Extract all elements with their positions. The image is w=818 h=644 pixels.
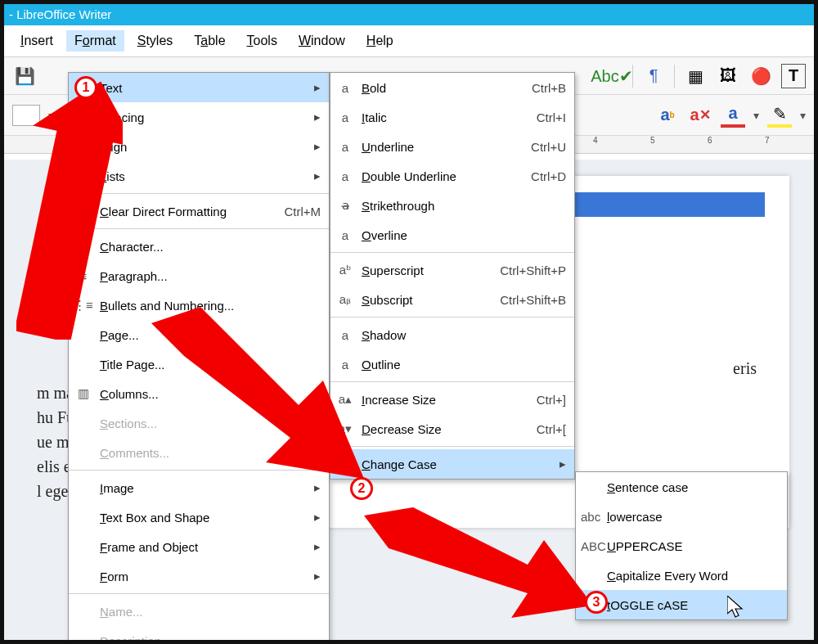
text-menu-item[interactable]: aᵦSubscriptCtrl+Shift+B	[330, 285, 574, 314]
menu-styles[interactable]: Styles	[129, 30, 182, 52]
menu-item-shortcut: Ctrl+B	[532, 81, 566, 95]
menu-item-shortcut: Ctrl+[	[537, 422, 566, 436]
menu-item-label: Double Underline	[362, 169, 508, 183]
menu-window[interactable]: Window	[290, 30, 353, 52]
menu-item-label: tOGGLE cASE	[607, 598, 779, 612]
menu-item-label: UPPERCASE	[607, 539, 779, 553]
font-color-icon[interactable]: a	[721, 103, 745, 128]
menu-item-shortcut: Ctrl+]	[537, 393, 566, 407]
menu-item-label: Overline	[362, 228, 566, 242]
submenu-arrow-icon: ▸	[314, 80, 321, 95]
case-menu-item[interactable]: Capitalize Every Word	[576, 561, 787, 590]
menu-separator	[330, 446, 574, 447]
menu-item-label: Form	[100, 570, 296, 583]
menu-format[interactable]: Format	[66, 30, 124, 52]
format-menu-item: Name...	[69, 597, 329, 626]
menu-item-icon: ▥	[74, 386, 93, 401]
menu-item-label: lowercase	[607, 510, 779, 524]
format-menu-item[interactable]: Form▸	[69, 561, 329, 591]
chart-pie-icon[interactable]: 🔴	[748, 64, 773, 88]
submenu-arrow-icon: ▸	[314, 569, 321, 583]
menu-item-label: Character...	[100, 240, 321, 254]
text-menu-item[interactable]: aOutline	[330, 349, 574, 379]
annotation-arrow-2	[151, 307, 364, 495]
menu-item-label: Change Case	[362, 457, 542, 471]
menu-separator	[330, 252, 574, 253]
menu-item-icon: a	[335, 81, 355, 95]
text-menu-item[interactable]: aᵇSuperscriptCtrl+Shift+P	[330, 255, 574, 285]
case-menu-item[interactable]: ABCUPPERCASE	[576, 531, 787, 561]
dropdown-chevron-icon[interactable]: ▾	[753, 109, 759, 122]
text-menu-item[interactable]: aUnderlineCtrl+U	[330, 132, 574, 161]
menu-help[interactable]: Help	[358, 30, 402, 52]
submenu-arrow-icon: ▸	[314, 139, 321, 154]
menu-item-label: Italic	[362, 110, 514, 124]
case-menu-item[interactable]: Sentence case	[576, 472, 787, 502]
text-menu-item[interactable]: aOverline	[330, 220, 574, 250]
menu-item-icon: aᵦ	[335, 292, 355, 307]
spellcheck-icon[interactable]: Abc✔	[600, 64, 624, 88]
menu-item-label: Capitalize Every Word	[607, 569, 779, 583]
cursor-icon	[727, 596, 745, 619]
submenu-arrow-icon: ▸	[314, 110, 321, 124]
text-menu-item[interactable]: Change Case▸	[330, 449, 574, 479]
menu-item-shortcut: Ctrl+M	[284, 205, 321, 218]
callout-3: 3	[585, 591, 608, 614]
text-frame-icon[interactable]: T	[781, 64, 806, 88]
image-icon[interactable]: 🖼	[716, 64, 740, 88]
menu-item-label: Sentence case	[607, 480, 779, 494]
menu-item-icon: a	[335, 169, 355, 183]
submenu-arrow-icon: ▸	[314, 510, 321, 525]
format-menu-item[interactable]: Text Box and Shape▸	[69, 502, 329, 532]
font-color-red-icon[interactable]: a✕	[688, 103, 712, 128]
menu-item-label: Name...	[100, 605, 321, 619]
menu-item-shortcut: Ctrl+Shift+B	[500, 293, 566, 307]
text-menu-item[interactable]: aItalicCtrl+I	[330, 102, 574, 132]
menu-item-label: Outline	[362, 358, 566, 372]
svg-marker-2	[364, 507, 593, 618]
dropdown-chevron-icon[interactable]: ▾	[800, 109, 806, 122]
menu-separator	[330, 381, 574, 382]
separator	[632, 65, 633, 88]
menu-separator	[69, 593, 329, 594]
menu-item-label: Description...	[100, 634, 321, 645]
menu-bar: Insert Format Styles Table Tools Window …	[4, 25, 814, 57]
format-menu-item[interactable]: Frame and Object▸	[69, 532, 329, 561]
submenu-arrow-icon: ▸	[560, 457, 566, 471]
superscript-btn[interactable]: ab	[655, 103, 680, 128]
highlight-icon[interactable]: ✎	[767, 103, 792, 128]
menu-item-label: Bold	[362, 81, 509, 95]
menu-item-label: Text Box and Shape	[100, 511, 296, 525]
text-menu-item[interactable]: a▴Increase SizeCtrl+]	[330, 385, 574, 414]
menu-item-shortcut: Ctrl+U	[531, 140, 566, 154]
menu-item-label: Spacing	[100, 110, 296, 124]
menu-item-label: Underline	[362, 140, 508, 154]
app-title: - LibreOffice Writer	[9, 7, 111, 21]
case-menu-item[interactable]: tOGGLE cASE	[576, 590, 787, 619]
menu-tools[interactable]: Tools	[239, 30, 285, 52]
text-menu-item[interactable]: a̶Strikethrough	[330, 191, 574, 220]
menu-item-label: Lists	[100, 169, 296, 183]
menu-separator	[330, 317, 574, 317]
text-menu-item[interactable]: aDouble UnderlineCtrl+D	[330, 161, 574, 191]
menu-table[interactable]: Table	[186, 30, 233, 52]
case-menu-item[interactable]: abclowercase	[576, 502, 787, 531]
menu-item-label: Strikethrough	[362, 199, 566, 213]
menu-item-label: Decrease Size	[362, 422, 514, 436]
menu-item-label: Clear Direct Formatting	[100, 205, 261, 218]
menu-item-icon: a	[335, 110, 355, 124]
submenu-arrow-icon: ▸	[314, 169, 321, 183]
pilcrow-icon[interactable]: ¶	[641, 64, 666, 88]
text-menu-item[interactable]: a▾Decrease SizeCtrl+[	[330, 414, 574, 444]
submenu-arrow-icon: ▸	[314, 539, 321, 554]
menu-item-label: Increase Size	[362, 393, 514, 407]
menu-item-label: Frame and Object	[100, 540, 296, 554]
text-menu-item[interactable]: aBoldCtrl+B	[330, 73, 574, 102]
svg-marker-0	[16, 78, 123, 340]
svg-marker-3	[727, 596, 742, 617]
annotation-arrow-1	[16, 78, 123, 340]
menu-insert[interactable]: Insert	[12, 30, 61, 52]
callout-2: 2	[350, 477, 373, 500]
table-icon[interactable]: ▦	[683, 64, 708, 88]
text-menu-item[interactable]: aShadow	[330, 320, 574, 349]
